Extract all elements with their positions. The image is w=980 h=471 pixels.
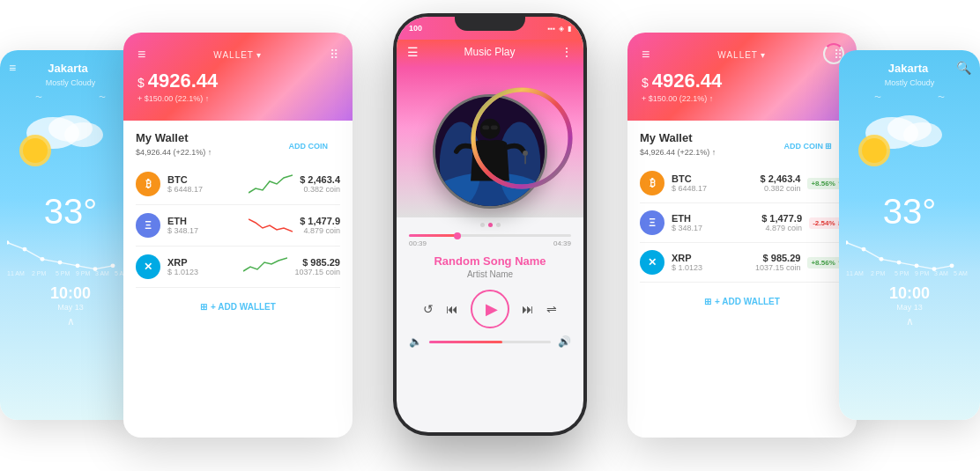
xrp-icon-left: ✕ xyxy=(136,254,160,279)
wallet-change-left: + $150.00 (22.1%) ↑ xyxy=(137,94,338,103)
weather-arrow-left[interactable]: ∧ xyxy=(0,315,141,327)
eth-info-right: ETH $ 348.17 xyxy=(672,213,754,232)
xrp-price-left: $ 985.29 1037.15 coin xyxy=(294,257,340,276)
svg-text:5 PM: 5 PM xyxy=(895,270,909,276)
wifi-icon: ◈ xyxy=(559,25,564,33)
wallet-section-header-left: My Wallet $4,926.44 (+22.1%) ↑ ADD COIN xyxy=(136,131,340,157)
wallet-label-left: WALLET ▾ xyxy=(213,50,262,60)
weather-arrow-right[interactable]: ∧ xyxy=(839,315,980,327)
wallet-body-right: My Wallet $4,926.44 (+22.1%) ↑ ADD COIN … xyxy=(627,121,857,317)
repeat-button[interactable]: ↺ xyxy=(423,302,434,316)
weather-card-right: Jakarta 🔍 Mostly Cloudy 〜 〜 33° xyxy=(839,50,980,420)
coin-row-eth-right: Ξ ETH $ 348.17 $ 1,477.9 4.879 coin -2.5… xyxy=(640,203,844,243)
svg-text:5 PM: 5 PM xyxy=(56,270,71,276)
signal-icon: ▪▪▪ xyxy=(547,25,555,33)
eth-icon-right: Ξ xyxy=(640,210,664,235)
weather-scene-svg-right xyxy=(848,107,971,186)
weather-birds-right: 〜 〜 xyxy=(839,92,980,102)
coin-row-eth-left: Ξ ETH $ 348.17 $ 1,477.9 4.879 coin xyxy=(136,205,340,247)
xrp-info-left: XRP $ 1.0123 xyxy=(167,257,236,276)
wallet-top-row-left: ≡ WALLET ▾ ⠿ xyxy=(137,47,338,63)
play-button[interactable]: ▶ xyxy=(471,290,509,328)
wallet-menu-left[interactable]: ≡ xyxy=(137,47,145,63)
weather-condition-right: Mostly Cloudy xyxy=(839,78,980,87)
weather-header-left: ≡ Jakarta xyxy=(0,50,141,78)
music-menu-icon[interactable]: ☰ xyxy=(407,45,419,59)
song-name: Random Song Name xyxy=(405,254,575,268)
wallet-add-wallet-right[interactable]: ⊞ + ADD WALLET xyxy=(640,297,844,306)
music-art-area xyxy=(397,68,583,217)
svg-point-36 xyxy=(880,257,884,261)
xrp-usd-left: $ 1.0123 xyxy=(167,268,236,276)
wallet-section-header-right: My Wallet $4,926.44 (+22.1%) ↑ ADD COIN … xyxy=(640,131,844,157)
status-time: 100 xyxy=(409,24,422,33)
svg-text:11 AM: 11 AM xyxy=(846,270,864,276)
svg-point-11 xyxy=(111,263,115,268)
coin-row-btc-right: ₿ BTC $ 6448.17 $ 2,463.4 0.382 coin +8.… xyxy=(640,164,844,203)
bird-4: 〜 xyxy=(938,92,945,102)
search-icon-right[interactable]: 🔍 xyxy=(956,61,971,75)
wallet-card-left: ≡ WALLET ▾ ⠿ $ 4926.44 + $150.00 (22.1%)… xyxy=(123,33,353,438)
wallet-add-coin-right[interactable]: ADD COIN ⊞ xyxy=(784,142,833,151)
xrp-usd-right: $ 1.0123 xyxy=(672,263,748,272)
xrp-name-right: XRP xyxy=(672,253,748,263)
volume-fill xyxy=(429,341,502,343)
svg-point-37 xyxy=(897,261,902,265)
eth-info-left: ETH $ 348.17 xyxy=(167,216,241,235)
music-dots xyxy=(397,217,583,231)
eth-name-right: ETH xyxy=(672,213,754,224)
wallet-top-row-right: ≡ WALLET ▾ ⠿ xyxy=(642,47,843,63)
music-info: Random Song Name Artist Name xyxy=(397,249,583,283)
wallet-menu-right[interactable]: ≡ xyxy=(642,47,650,63)
next-button[interactable]: ⏭ xyxy=(522,302,534,316)
prev-button[interactable]: ⏮ xyxy=(446,302,458,316)
progress-bar[interactable] xyxy=(409,234,571,237)
svg-point-5 xyxy=(7,240,10,245)
add-wallet-icon-right: ⊞ xyxy=(704,297,711,306)
btc-name-right: BTC xyxy=(672,173,754,184)
wallet-qr-left[interactable]: ⠿ xyxy=(330,48,338,62)
wallet-amount-right: $ 4926.44 xyxy=(642,70,843,92)
svg-point-34 xyxy=(846,240,849,245)
wallet-amount-left: $ 4926.44 xyxy=(137,70,338,92)
eth-usd-left: $ 348.17 xyxy=(167,226,241,235)
svg-text:9 PM: 9 PM xyxy=(915,270,930,276)
battery-icon: ▮ xyxy=(568,25,571,33)
music-header: ☰ Music Play ⋮ xyxy=(397,40,583,68)
weather-card-left: ≡ Jakarta Mostly Cloudy 〜 〜 33° xyxy=(0,50,141,420)
btc-usd-left: $ 6448.17 xyxy=(167,185,241,194)
bird-1: 〜 xyxy=(35,92,42,102)
eth-icon-left: Ξ xyxy=(136,213,160,238)
btc-info-left: BTC $ 6448.17 xyxy=(167,174,241,194)
vinyl-ring xyxy=(469,85,575,191)
weather-sun-area-left xyxy=(0,102,141,190)
eth-price-left: $ 1,477.9 4.879 coin xyxy=(300,216,340,235)
svg-text:3 AM: 3 AM xyxy=(95,270,109,276)
wallet-body-left: My Wallet $4,926.44 (+22.1%) ↑ ADD COIN … xyxy=(123,121,353,322)
bird-2: 〜 xyxy=(99,92,106,102)
wallet-add-coin-left[interactable]: ADD COIN xyxy=(289,142,329,151)
weather-date-left: May 13 xyxy=(0,303,141,312)
play-icon: ▶ xyxy=(486,299,498,319)
weather-temp-right: 33° xyxy=(839,194,980,229)
btc-info-right: BTC $ 6448.17 xyxy=(672,173,754,193)
eth-sparkline-left xyxy=(249,212,293,239)
volume-bar[interactable] xyxy=(429,341,551,343)
wallet-add-wallet-left[interactable]: ⊞ + ADD WALLET xyxy=(136,302,340,312)
btc-price-right: $ 2,463.4 0.382 coin xyxy=(761,173,801,193)
weather-header-right: Jakarta 🔍 xyxy=(839,50,980,78)
svg-point-33 xyxy=(862,138,887,163)
progress-fill xyxy=(409,234,457,237)
xrp-price-right: $ 985.29 1037.15 coin xyxy=(755,253,801,272)
coin-row-xrp-left: ✕ XRP $ 1.0123 $ 985.29 1037.15 coin xyxy=(136,247,340,288)
wallet-header-left: ≡ WALLET ▾ ⠿ $ 4926.44 + $150.00 (22.1%)… xyxy=(123,33,353,121)
music-more-icon[interactable]: ⋮ xyxy=(561,45,573,59)
weather-birds-left: 〜 〜 xyxy=(0,92,141,102)
btc-usd-right: $ 6448.17 xyxy=(672,184,754,193)
bird-3: 〜 xyxy=(874,92,881,102)
xrp-info-right: XRP $ 1.0123 xyxy=(672,253,748,272)
music-header-title: Music Play xyxy=(464,46,515,58)
shuffle-button[interactable]: ⇌ xyxy=(546,302,557,316)
weather-time-right: 10:00 xyxy=(839,284,980,303)
menu-icon-left[interactable]: ≡ xyxy=(9,61,16,75)
